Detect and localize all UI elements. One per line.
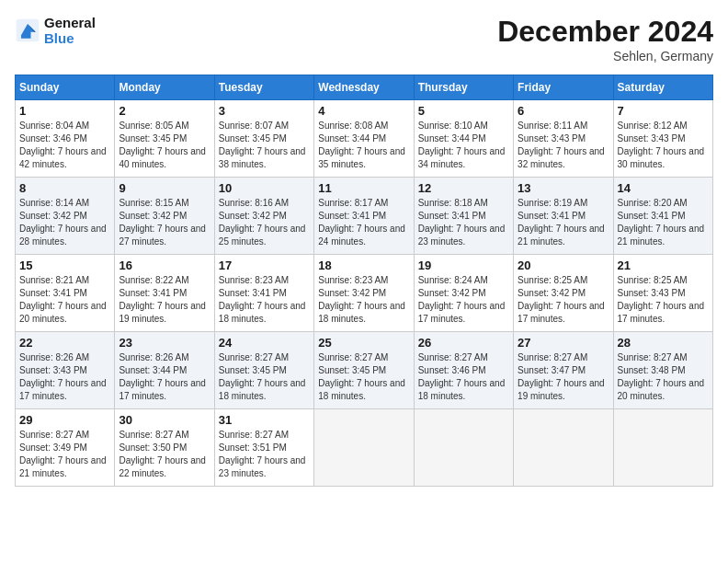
day-detail: Sunrise: 8:12 AMSunset: 3:43 PMDaylight:… xyxy=(618,120,709,171)
day-number: 31 xyxy=(219,413,310,427)
day-number: 29 xyxy=(19,413,110,427)
day-detail: Sunrise: 8:08 AMSunset: 3:44 PMDaylight:… xyxy=(318,120,409,171)
calendar-cell: 30 Sunrise: 8:27 AMSunset: 3:50 PMDaylig… xyxy=(115,409,214,487)
calendar-cell: 3 Sunrise: 8:07 AMSunset: 3:45 PMDayligh… xyxy=(214,100,313,178)
calendar-cell: 15 Sunrise: 8:21 AMSunset: 3:41 PMDaylig… xyxy=(16,255,115,332)
day-detail: Sunrise: 8:23 AMSunset: 3:41 PMDaylight:… xyxy=(219,274,310,326)
day-detail: Sunrise: 8:07 AMSunset: 3:45 PMDaylight:… xyxy=(219,120,310,171)
header-row: Sunday Monday Tuesday Wednesday Thursday… xyxy=(16,75,713,100)
calendar-cell: 2 Sunrise: 8:05 AMSunset: 3:45 PMDayligh… xyxy=(115,100,214,178)
day-detail: Sunrise: 8:24 AMSunset: 3:42 PMDaylight:… xyxy=(418,274,509,326)
day-number: 16 xyxy=(119,259,210,272)
day-number: 14 xyxy=(618,181,709,195)
day-number: 13 xyxy=(518,181,609,195)
day-number: 30 xyxy=(119,413,210,427)
day-number: 1 xyxy=(19,104,110,118)
header-tuesday: Tuesday xyxy=(214,75,313,100)
day-number: 8 xyxy=(19,181,110,195)
day-detail: Sunrise: 8:27 AMSunset: 3:50 PMDaylight:… xyxy=(119,429,210,480)
calendar-cell: 1 Sunrise: 8:04 AMSunset: 3:46 PMDayligh… xyxy=(16,100,115,178)
calendar-cell: 10 Sunrise: 8:16 AMSunset: 3:42 PMDaylig… xyxy=(214,178,313,255)
day-number: 19 xyxy=(418,259,509,272)
calendar-cell: 28 Sunrise: 8:27 AMSunset: 3:48 PMDaylig… xyxy=(613,332,712,409)
calendar-cell xyxy=(414,409,513,487)
day-detail: Sunrise: 8:04 AMSunset: 3:46 PMDaylight:… xyxy=(19,120,110,171)
day-detail: Sunrise: 8:19 AMSunset: 3:41 PMDaylight:… xyxy=(518,197,609,248)
calendar-cell: 12 Sunrise: 8:18 AMSunset: 3:41 PMDaylig… xyxy=(414,178,513,255)
day-detail: Sunrise: 8:11 AMSunset: 3:43 PMDaylight:… xyxy=(518,120,609,171)
day-detail: Sunrise: 8:27 AMSunset: 3:45 PMDaylight:… xyxy=(219,351,310,403)
day-number: 5 xyxy=(418,104,509,118)
day-number: 18 xyxy=(318,259,409,272)
day-number: 6 xyxy=(518,104,609,118)
day-number: 26 xyxy=(418,336,509,350)
calendar-cell: 4 Sunrise: 8:08 AMSunset: 3:44 PMDayligh… xyxy=(314,100,414,178)
day-number: 21 xyxy=(618,259,709,272)
day-detail: Sunrise: 8:20 AMSunset: 3:41 PMDaylight:… xyxy=(618,197,709,248)
day-number: 4 xyxy=(318,104,409,118)
calendar-cell: 27 Sunrise: 8:27 AMSunset: 3:47 PMDaylig… xyxy=(514,332,613,409)
day-detail: Sunrise: 8:27 AMSunset: 3:48 PMDaylight:… xyxy=(618,351,709,403)
day-number: 10 xyxy=(219,181,310,195)
calendar-cell: 26 Sunrise: 8:27 AMSunset: 3:46 PMDaylig… xyxy=(414,332,513,409)
day-detail: Sunrise: 8:17 AMSunset: 3:41 PMDaylight:… xyxy=(318,197,409,248)
day-number: 25 xyxy=(318,336,409,350)
calendar-cell: 7 Sunrise: 8:12 AMSunset: 3:43 PMDayligh… xyxy=(613,100,712,178)
calendar-cell: 17 Sunrise: 8:23 AMSunset: 3:41 PMDaylig… xyxy=(214,255,313,332)
calendar-cell: 13 Sunrise: 8:19 AMSunset: 3:41 PMDaylig… xyxy=(514,178,613,255)
day-number: 24 xyxy=(219,336,310,350)
day-detail: Sunrise: 8:16 AMSunset: 3:42 PMDaylight:… xyxy=(219,197,310,248)
day-detail: Sunrise: 8:10 AMSunset: 3:44 PMDaylight:… xyxy=(418,120,509,171)
calendar-table: Sunday Monday Tuesday Wednesday Thursday… xyxy=(15,75,713,487)
day-detail: Sunrise: 8:27 AMSunset: 3:49 PMDaylight:… xyxy=(19,429,110,480)
calendar-row-2: 8 Sunrise: 8:14 AMSunset: 3:42 PMDayligh… xyxy=(16,178,713,255)
header-friday: Friday xyxy=(514,75,613,100)
day-number: 28 xyxy=(618,336,709,350)
day-detail: Sunrise: 8:26 AMSunset: 3:43 PMDaylight:… xyxy=(19,351,110,403)
day-detail: Sunrise: 8:15 AMSunset: 3:42 PMDaylight:… xyxy=(119,197,210,248)
calendar-cell: 14 Sunrise: 8:20 AMSunset: 3:41 PMDaylig… xyxy=(613,178,712,255)
calendar-cell xyxy=(613,409,712,487)
calendar-row-1: 1 Sunrise: 8:04 AMSunset: 3:46 PMDayligh… xyxy=(16,100,713,178)
day-detail: Sunrise: 8:14 AMSunset: 3:42 PMDaylight:… xyxy=(19,197,110,248)
calendar-cell: 5 Sunrise: 8:10 AMSunset: 3:44 PMDayligh… xyxy=(414,100,513,178)
header-wednesday: Wednesday xyxy=(314,75,414,100)
day-detail: Sunrise: 8:27 AMSunset: 3:51 PMDaylight:… xyxy=(219,429,310,480)
logo: General Blue xyxy=(15,15,96,46)
calendar-cell: 18 Sunrise: 8:23 AMSunset: 3:42 PMDaylig… xyxy=(314,255,414,332)
day-number: 27 xyxy=(518,336,609,350)
day-detail: Sunrise: 8:26 AMSunset: 3:44 PMDaylight:… xyxy=(119,351,210,403)
calendar-cell xyxy=(514,409,613,487)
calendar-cell: 8 Sunrise: 8:14 AMSunset: 3:42 PMDayligh… xyxy=(16,178,115,255)
calendar-row-3: 15 Sunrise: 8:21 AMSunset: 3:41 PMDaylig… xyxy=(16,255,713,332)
header-monday: Monday xyxy=(115,75,214,100)
calendar-cell: 11 Sunrise: 8:17 AMSunset: 3:41 PMDaylig… xyxy=(314,178,414,255)
day-number: 3 xyxy=(219,104,310,118)
day-detail: Sunrise: 8:27 AMSunset: 3:47 PMDaylight:… xyxy=(518,351,609,403)
day-number: 23 xyxy=(119,336,210,350)
calendar-cell: 9 Sunrise: 8:15 AMSunset: 3:42 PMDayligh… xyxy=(115,178,214,255)
page-header: General Blue December 2024 Sehlen, Germa… xyxy=(15,15,713,63)
calendar-cell: 23 Sunrise: 8:26 AMSunset: 3:44 PMDaylig… xyxy=(115,332,214,409)
day-detail: Sunrise: 8:25 AMSunset: 3:42 PMDaylight:… xyxy=(518,274,609,326)
header-saturday: Saturday xyxy=(613,75,712,100)
day-detail: Sunrise: 8:25 AMSunset: 3:43 PMDaylight:… xyxy=(618,274,709,326)
calendar-cell: 24 Sunrise: 8:27 AMSunset: 3:45 PMDaylig… xyxy=(214,332,313,409)
title-block: December 2024 Sehlen, Germany xyxy=(497,15,713,63)
header-sunday: Sunday xyxy=(16,75,115,100)
header-thursday: Thursday xyxy=(414,75,513,100)
calendar-cell xyxy=(314,409,414,487)
calendar-cell: 25 Sunrise: 8:27 AMSunset: 3:45 PMDaylig… xyxy=(314,332,414,409)
logo-text: General Blue xyxy=(44,15,96,46)
month-title: December 2024 xyxy=(497,15,713,49)
calendar-cell: 22 Sunrise: 8:26 AMSunset: 3:43 PMDaylig… xyxy=(16,332,115,409)
day-number: 17 xyxy=(219,259,310,272)
day-detail: Sunrise: 8:23 AMSunset: 3:42 PMDaylight:… xyxy=(318,274,409,326)
day-detail: Sunrise: 8:22 AMSunset: 3:41 PMDaylight:… xyxy=(119,274,210,326)
day-number: 7 xyxy=(618,104,709,118)
location-subtitle: Sehlen, Germany xyxy=(497,49,713,63)
day-number: 11 xyxy=(318,181,409,195)
day-number: 9 xyxy=(119,181,210,195)
day-detail: Sunrise: 8:27 AMSunset: 3:46 PMDaylight:… xyxy=(418,351,509,403)
day-number: 15 xyxy=(19,259,110,272)
